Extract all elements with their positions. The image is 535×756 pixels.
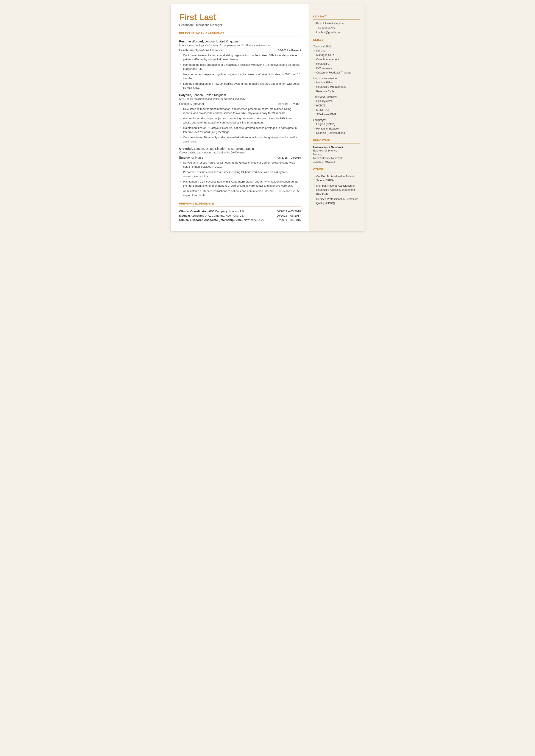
education-title: EDUCATION bbox=[313, 139, 360, 142]
bullet: Contributed to establishing a fundraisin… bbox=[179, 53, 301, 62]
bullet: Completed over 20 monthly audits; reward… bbox=[179, 135, 301, 144]
prev-exp-row-3: Clinical Research Associate (Internship)… bbox=[179, 218, 301, 222]
job-3-row: Emergency Nurse 06/2018 – 08/2019 bbox=[179, 156, 301, 159]
edu-school: University of New York bbox=[313, 146, 360, 149]
skill-customer-feedback: Customer Feedback Tracking bbox=[313, 71, 360, 75]
skill-managed-care: Managed Care bbox=[313, 53, 360, 57]
bullet: Accomplished the project objective of re… bbox=[179, 116, 301, 125]
tools-list: Epic Systems HCPCS MEDITECH SOAPware EMR bbox=[313, 99, 360, 116]
prev-exp-1-dates: 06/2017 – 05/2018 bbox=[277, 210, 301, 213]
skill-healthcare: Healthcare bbox=[313, 62, 360, 66]
right-column: CONTACT Bristol, United Kingdom +44 1234… bbox=[309, 4, 365, 231]
bullet: Maintained a 91% success rate with E.C.G… bbox=[179, 180, 301, 188]
job-2-dates: 09/2019 – 07/2021 bbox=[277, 102, 301, 106]
job-2-bullets: Calculated reimbursement information, do… bbox=[179, 107, 301, 144]
bullet: Maintained files on 7K active clinical t… bbox=[179, 126, 301, 134]
language-spanish: Spanish (Conversational) bbox=[313, 131, 360, 135]
prev-exp-3-dates: 07/2014 – 05/2015 bbox=[277, 218, 301, 222]
company-2-location: London, United Kingdom bbox=[192, 93, 226, 97]
company-2-header: Polyhire, London, United Kingdom bbox=[179, 93, 301, 97]
prev-exp-3-label: Clinical Research Associate (Internship)… bbox=[179, 218, 264, 222]
industry-revenue-cycle: Revenue Cycle bbox=[313, 90, 360, 94]
company-3-name: Growthsi, bbox=[179, 147, 193, 151]
contact-divider bbox=[313, 19, 360, 20]
technical-list: Nursing Managed Care Case Management Hea… bbox=[313, 49, 360, 75]
candidate-title: Healthcare Operations Manager bbox=[179, 23, 301, 27]
language-romanian: Romanian (Native) bbox=[313, 127, 360, 131]
skill-nursing: Nursing bbox=[313, 49, 360, 53]
other-content: Certified Professional in Patient Safety… bbox=[313, 175, 360, 205]
skills-title: SKILLS bbox=[313, 38, 360, 42]
industry-medical-billing: Medical Billing bbox=[313, 81, 360, 85]
company-2-name: Polyhire, bbox=[179, 93, 192, 97]
edu-location: New York City, New York bbox=[313, 156, 360, 160]
other-item-1: Certified Professional in Patient Safety… bbox=[313, 175, 360, 183]
prev-exp-2-label: Medical Assistant, XYZ Company, New York… bbox=[179, 214, 246, 217]
job-2-row: Clinical Supervisor 09/2019 – 07/2021 bbox=[179, 102, 301, 106]
education-entry-1: University of New York Bachelor of Scien… bbox=[313, 146, 360, 164]
company-3-header: Growthsi, London, United Kingdom & Barce… bbox=[179, 147, 301, 151]
prev-exp-row-1: Clinical Coordinator, ABC Company, Londo… bbox=[179, 210, 301, 213]
relevant-work-divider bbox=[179, 36, 301, 37]
tool-soapware: SOAPware EMR bbox=[313, 113, 360, 117]
tools-label: Tools and Software: bbox=[313, 96, 360, 98]
contact-phone: +44 123456789 bbox=[313, 26, 360, 30]
bullet: Served as a rescue nurse for 72 hours at… bbox=[179, 160, 301, 169]
company-2-desc: NYSE-listed recruitment and employer bra… bbox=[179, 98, 301, 100]
contact-email: first.last@gmail.com bbox=[313, 31, 360, 35]
prev-exp-row-2: Medical Assistant, XYZ Company, New York… bbox=[179, 214, 301, 217]
other-title: OTHER bbox=[313, 168, 360, 171]
skill-ecommerce: E-Commerce bbox=[313, 67, 360, 70]
other-item-3: Certified Professional in Healthcare Qua… bbox=[313, 197, 360, 205]
tool-epic: Epic Systems bbox=[313, 99, 360, 103]
languages-list: English (Native) Romanian (Native) Spani… bbox=[313, 123, 360, 135]
previous-exp-section-title: PREVIOUS EXPERIENCE bbox=[179, 202, 301, 205]
languages-label: Languages: bbox=[313, 119, 360, 122]
tool-meditech: MEDITECH bbox=[313, 108, 360, 112]
other-item-2: Member, National Association of Healthca… bbox=[313, 184, 360, 196]
education-divider bbox=[313, 143, 360, 144]
bullet: Led the introduction of a new scheduling… bbox=[179, 82, 301, 90]
job-2-title: Clinical Supervisor bbox=[179, 102, 204, 106]
skill-case-management: Case Management bbox=[313, 58, 360, 62]
job-3-bullets: Served as a rescue nurse for 72 hours at… bbox=[179, 160, 301, 197]
technical-label: Technical Skills: bbox=[313, 45, 360, 48]
left-column: First Last Healthcare Operations Manager… bbox=[171, 4, 309, 231]
job-1-dates: 08/2021 – Present bbox=[278, 49, 301, 52]
bullet: launched an employee recognition program… bbox=[179, 72, 301, 81]
industry-healthcare-mgmt: Healthcare Management bbox=[313, 85, 360, 89]
prev-exp-1-label: Clinical Coordinator, ABC Company, Londo… bbox=[179, 210, 244, 213]
industry-list: Medical Billing Healthcare Management Re… bbox=[313, 81, 360, 94]
company-1-name: Resume Worded, bbox=[179, 40, 204, 43]
candidate-name: First Last bbox=[179, 13, 301, 22]
company-3-desc: Career training and membership SaaS with… bbox=[179, 151, 301, 154]
resume-container: First Last Healthcare Operations Manager… bbox=[171, 4, 365, 231]
contact-location: Bristol, United Kingdom bbox=[313, 22, 360, 26]
bullet: Calculated reimbursement information, do… bbox=[179, 107, 301, 115]
company-1-desc: Education technology startup with 50+ em… bbox=[179, 44, 301, 47]
language-english: English (Native) bbox=[313, 123, 360, 126]
bullet: Managed the daily operations of 3 health… bbox=[179, 63, 301, 71]
job-1-row: Healthcare Operations Manager 08/2021 – … bbox=[179, 48, 301, 52]
industry-label: Industry Knowledge: bbox=[313, 77, 360, 80]
company-3-location: London, United Kingdom & Barcelona, Spai… bbox=[193, 147, 254, 151]
bullet: Performed rescues on fellow nurses, incl… bbox=[179, 170, 301, 179]
company-1-header: Resume Worded, London, United Kingdom bbox=[179, 40, 301, 43]
job-1-title: Healthcare Operations Manager bbox=[179, 48, 222, 52]
relevant-work-section-title: RELEVANT WORK EXPERIENCE bbox=[179, 32, 301, 35]
job-1-bullets: Contributed to establishing a fundraisin… bbox=[179, 53, 301, 90]
contact-list: Bristol, United Kingdom +44 123456789 fi… bbox=[313, 22, 360, 35]
job-3-title: Emergency Nurse bbox=[179, 156, 203, 159]
edu-degree: Bachelor of Science bbox=[313, 149, 360, 153]
company-1-location: London, United Kingdom bbox=[204, 40, 238, 43]
job-3-dates: 06/2018 – 08/2019 bbox=[277, 156, 301, 159]
edu-field: Nursing bbox=[313, 153, 360, 156]
edu-dates: 10/2011 - 06/2014 bbox=[313, 160, 360, 164]
bullet: Administered 1.1K care instructions to p… bbox=[179, 189, 301, 197]
tool-hcpcs: HCPCS bbox=[313, 104, 360, 108]
prev-exp-2-dates: 06/2016 – 05/2017 bbox=[277, 214, 301, 217]
contact-title: CONTACT bbox=[313, 15, 360, 18]
